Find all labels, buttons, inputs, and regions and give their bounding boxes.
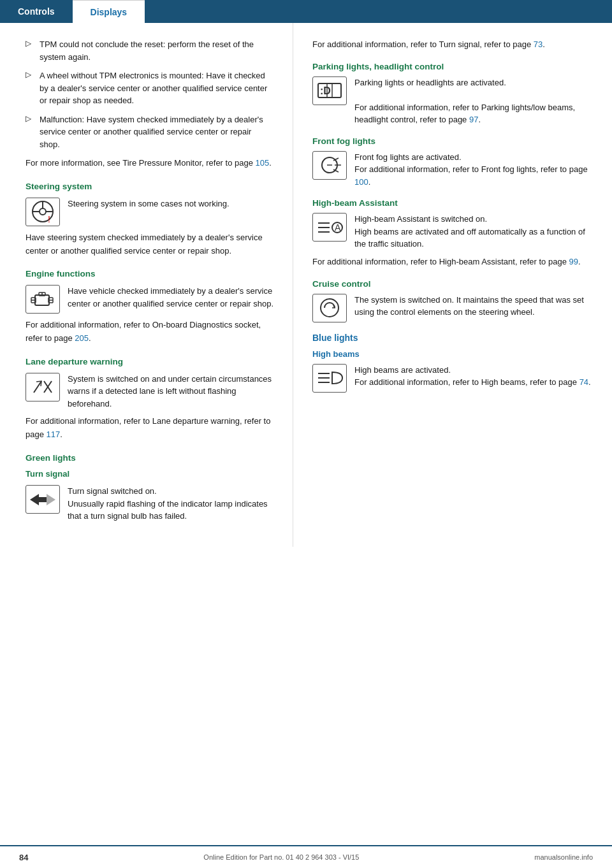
high-beams-icon-box [312,364,347,393]
highbeam-assistant-para: For additional information, refer to Hig… [312,256,593,269]
bullet-text-1: TPM could not conclude the reset: perfor… [40,38,273,63]
fog-line1: Front fog lights are activated. [354,151,593,164]
high-beams-subheading: High beams [312,349,593,359]
highbeam-assistant-section: High-beam Assistant A High-beam Assistan… [312,198,593,268]
fog-icon-box [312,151,347,180]
green-lights-heading: Green lights [26,453,273,463]
parking-para: For additional information, refer to Par… [354,101,593,126]
lane-text: System is switched on and under certain … [68,373,273,410]
lane-icon-box [26,373,60,401]
parking-heading: Parking lights, headlight control [312,62,593,71]
lane-page-link[interactable]: 117 [47,430,61,439]
engine-icon-row: Have vehicle checked immediately by a de… [26,285,273,314]
cruise-heading: Cruise control [312,279,593,289]
svg-point-32 [321,299,339,317]
high-beams-para-text: For additional information, refer to Hig… [354,377,579,387]
lane-heading: Lane departure warning [26,357,273,366]
svg-text:A: A [335,222,341,233]
lane-suffix: . [60,430,62,439]
cruise-icon-row: The system is switched on. It maintains … [312,294,593,322]
fog-section: Front fog lights Front fog lights are ac… [312,136,593,189]
high-beams-line1: High beams are activated. [354,364,593,377]
tpm-para: For more information, see Tire Pressure … [26,157,273,170]
steering-heading: Steering system [26,182,273,191]
bullet-item-1: ▷ TPM could not conclude the reset: perf… [26,38,273,63]
turn-signal-heading: Turn signal [26,469,273,479]
engine-line1: Have vehicle checked immediately by a de… [68,286,273,308]
steering-line1: Steering system in some cases not workin… [68,199,229,208]
steering-para-text: Have steering system checked immediately… [26,233,263,256]
highbeam-assistant-suffix: . [578,257,581,266]
svg-rect-6 [35,295,49,305]
footer: 84 Online Edition for Part no. 01 40 2 9… [0,845,612,868]
fog-icon [316,153,344,177]
lane-para: For additional information, refer to Lan… [26,415,273,442]
turn-signal-text: Turn signal switched on. Unusually rapid… [68,485,273,523]
turn-signal-line1: Turn signal switched on. [68,485,273,498]
high-beams-suffix: . [588,377,591,387]
high-beams-icon [316,366,344,390]
main-content: ▷ TPM could not conclude the reset: perf… [0,23,612,547]
parking-line1: Parking lights or headlights are activat… [354,76,593,89]
fog-page-link[interactable]: 100 [354,177,368,187]
engine-para-text: For additional information, refer to On-… [26,320,261,343]
parking-para-text: For additional information, refer to Par… [354,103,575,125]
svg-text::D: :D [320,85,331,96]
highbeam-assistant-page-link[interactable]: 99 [569,257,578,266]
tpm-suffix: . [269,158,272,168]
turn-signal-suffix: . [543,40,545,49]
high-beams-text: High beams are activated. For additional… [354,364,593,389]
cruise-text: The system is switched on. It maintains … [354,294,593,319]
tab-displays-label: Displays [91,7,127,17]
turn-signal-page-link[interactable]: 73 [534,40,543,49]
tab-controls-label: Controls [18,6,55,17]
engine-suffix: . [89,333,91,343]
svg-line-13 [34,381,41,393]
engine-section: Engine functions Have vehicle checked im… [26,269,273,345]
fog-para-text: For additional information, refer to Fro… [354,164,588,174]
bullet-arrow-1: ▷ [26,39,34,48]
tab-controls[interactable]: Controls [0,0,73,23]
bullet-arrow-3: ▷ [26,114,34,123]
steering-para: Have steering system checked immediately… [26,231,273,258]
steering-icon-row: ! Steering system in some cases not work… [26,198,273,226]
high-beams-section: High beams High beams are activated. For… [312,349,593,393]
lane-section: Lane departure warning System is switche… [26,357,273,442]
engine-page-link[interactable]: 205 [75,333,89,343]
cruise-line1: The system is switched on. It maintains … [354,294,593,319]
header-tabs: Controls Displays [0,0,612,23]
highbeam-assistant-heading: High-beam Assistant [312,198,593,208]
footer-right-text: manualsonline.info [534,853,593,861]
tpm-page-link[interactable]: 105 [256,158,270,168]
parking-suffix: . [478,115,481,124]
steering-section: Steering system ! Steering system in som… [26,182,273,258]
fog-text: Front fog lights are activated. For addi… [354,151,593,189]
lane-icon-row: System is switched on and under certain … [26,373,273,410]
highbeam-assistant-text: High-beam Assistant is switched on. High… [354,213,593,250]
tab-displays[interactable]: Displays [73,0,145,23]
svg-point-1 [40,208,46,215]
right-column: For additional information, refer to Tur… [293,23,612,547]
bullet-item-3: ▷ Malfunction: Have system checked immed… [26,113,273,151]
bullet-arrow-2: ▷ [26,70,34,79]
highbeam-assistant-line2: High beams are activated and off automat… [354,226,593,250]
parking-section: Parking lights, headlight control :D Par… [312,62,593,126]
fog-heading: Front fog lights [312,136,593,146]
parking-icon-row: :D Parking lights or headlights are acti… [312,76,593,126]
fog-icon-row: Front fog lights are activated. For addi… [312,151,593,189]
parking-icon: :D [316,78,344,103]
lane-icon [30,375,55,399]
high-beams-page-link[interactable]: 74 [579,377,588,387]
engine-heading: Engine functions [26,269,273,278]
bullet-text-3: Malfunction: Have system checked immedia… [40,113,273,151]
highbeam-assistant-icon: A [316,215,344,240]
engine-icon-box [26,285,60,314]
highbeam-assistant-icon-box: A [312,213,347,242]
bullet-text-2: A wheel without TPM electronics is mount… [40,69,273,107]
parking-page-link[interactable]: 97 [469,115,478,124]
parking-icon-box: :D [312,76,347,105]
steering-icon-box: ! [26,198,60,226]
turn-signal-icon-row: Turn signal switched on. Unusually rapid… [26,485,273,523]
blue-lights-heading: Blue lights [312,333,593,343]
turn-signal-icon-box [26,485,60,514]
